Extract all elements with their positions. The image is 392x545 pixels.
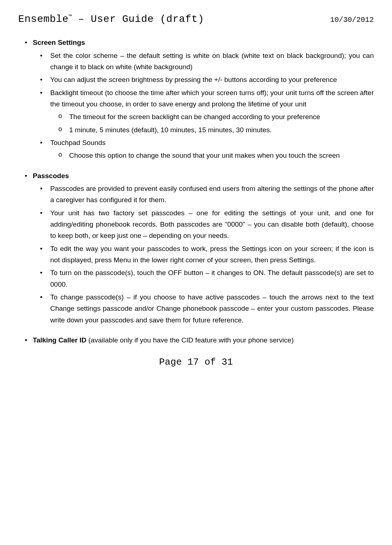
section-screen-settings: Screen Settings Set the color scheme – t…	[18, 37, 374, 161]
list-item: 1 minute, 5 minutes (default), 10 minute…	[50, 124, 374, 136]
section-talking-cid: Talking Caller ID (available only if you…	[18, 334, 374, 346]
page-footer: Page 17 of 31	[18, 354, 374, 370]
list-item: The timeout for the screen backlight can…	[50, 111, 374, 122]
list-item: To change passcode(s) – if you choose to…	[33, 291, 374, 326]
touchpad-subitems: Choose this option to change the sound t…	[50, 150, 374, 161]
item-text: Backlight timeout (to choose the time af…	[50, 89, 374, 108]
title-prefix: Ensemble	[18, 13, 68, 25]
content-list: Screen Settings Set the color scheme – t…	[18, 37, 374, 346]
list-item: Touchpad Sounds Choose this option to ch…	[33, 137, 374, 161]
passcodes-items: Passcodes are provided to prevent easily…	[33, 183, 374, 326]
list-item: Choose this option to change the sound t…	[50, 150, 374, 161]
list-item: To turn on the passcode(s), touch the OF…	[33, 267, 374, 290]
screen-settings-items: Set the color scheme – the default setti…	[33, 50, 374, 161]
header-title: Ensemble™ – User Guide (draft)	[18, 11, 204, 28]
list-item: Passcodes are provided to prevent easily…	[33, 183, 374, 206]
list-item: Set the color scheme – the default setti…	[33, 50, 374, 73]
list-item: Your unit has two factory set passcodes …	[33, 207, 374, 242]
item-text: Touchpad Sounds	[50, 139, 106, 146]
section-heading: Screen Settings	[33, 39, 85, 46]
trademark-symbol: ™	[68, 14, 72, 20]
list-item: Backlight timeout (to choose the time af…	[33, 87, 374, 136]
section-heading: Talking Caller ID	[33, 336, 86, 344]
section-passcodes: Passcodes Passcodes are provided to prev…	[18, 170, 374, 326]
title-suffix: – User Guide (draft)	[72, 13, 204, 25]
list-item: To edit the way you want your passcodes …	[33, 243, 374, 266]
section-note: (available only if you have the CID feat…	[86, 336, 293, 344]
section-heading: Passcodes	[33, 172, 69, 180]
backlight-subitems: The timeout for the screen backlight can…	[50, 111, 374, 136]
header-date: 10/30/2012	[330, 14, 374, 26]
page-header: Ensemble™ – User Guide (draft) 10/30/201…	[18, 11, 374, 28]
list-item: You can adjust the screen brightness by …	[33, 74, 374, 85]
